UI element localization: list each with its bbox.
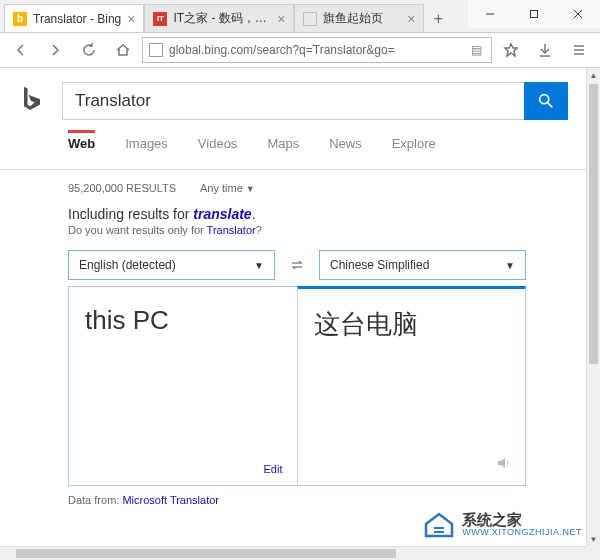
- search-nav-tabs: Web Images Videos Maps News Explore: [0, 130, 586, 170]
- watermark-icon: [422, 510, 456, 540]
- reader-icon[interactable]: ▤: [467, 43, 485, 57]
- bing-header: [0, 68, 586, 130]
- nav-tab-explore[interactable]: Explore: [392, 130, 436, 161]
- browser-tab[interactable]: IT IT之家 - 数码，科技 ×: [144, 4, 294, 32]
- scroll-up-icon[interactable]: ▲: [587, 68, 600, 82]
- close-tab-icon[interactable]: ×: [401, 11, 415, 27]
- tab-title: IT之家 - 数码，科技: [173, 10, 271, 27]
- bing-logo: [18, 85, 46, 117]
- results-meta: 95,200,000 RESULTS Any time▼: [0, 170, 586, 198]
- svg-marker-4: [505, 44, 517, 56]
- window-controls: [468, 0, 600, 28]
- home-button[interactable]: [108, 35, 138, 65]
- scroll-thumb[interactable]: [16, 549, 396, 558]
- dym-original-link[interactable]: Translator: [207, 224, 256, 236]
- vertical-scrollbar[interactable]: ▲ ▼: [586, 68, 600, 546]
- reload-button[interactable]: [74, 35, 104, 65]
- ms-translator-link[interactable]: Microsoft Translator: [122, 494, 219, 506]
- dym-link[interactable]: translate: [193, 206, 251, 222]
- edit-link[interactable]: Edit: [264, 463, 283, 475]
- target-pane: 这台电脑: [297, 286, 527, 486]
- close-tab-icon[interactable]: ×: [121, 11, 135, 27]
- source-lang-select[interactable]: English (detected) ▼: [68, 250, 275, 280]
- target-text: 这台电脑: [314, 307, 510, 342]
- back-button[interactable]: [6, 35, 36, 65]
- svg-rect-1: [531, 11, 538, 18]
- ithome-favicon: IT: [153, 12, 167, 26]
- search-input[interactable]: [62, 82, 524, 120]
- nav-tab-maps[interactable]: Maps: [267, 130, 299, 161]
- close-window-button[interactable]: [556, 0, 600, 28]
- page-icon: [149, 43, 163, 57]
- forward-button[interactable]: [40, 35, 70, 65]
- browser-tab[interactable]: 旗鱼起始页 ×: [294, 4, 424, 32]
- nav-tab-images[interactable]: Images: [125, 130, 168, 161]
- page-content: Web Images Videos Maps News Explore 95,2…: [0, 68, 586, 546]
- tab-title: 旗鱼起始页: [323, 10, 383, 27]
- chevron-down-icon: ▼: [246, 184, 255, 194]
- horizontal-scrollbar[interactable]: [0, 546, 586, 560]
- speaker-icon[interactable]: [495, 455, 511, 475]
- browser-tab-active[interactable]: b Translator - Bing ×: [4, 4, 144, 32]
- new-tab-button[interactable]: +: [424, 6, 452, 32]
- did-you-mean-sub: Do you want results only for Translator?: [0, 224, 586, 250]
- nav-tab-web[interactable]: Web: [68, 130, 95, 161]
- nav-tab-videos[interactable]: Videos: [198, 130, 238, 161]
- svg-line-11: [548, 103, 553, 108]
- nav-tab-news[interactable]: News: [329, 130, 362, 161]
- svg-point-10: [540, 95, 549, 104]
- page-favicon: [303, 12, 317, 26]
- address-bar[interactable]: global.bing.com/search?q=Translator&go= …: [142, 37, 492, 63]
- translator-widget: English (detected) ▼ Chinese Simplified …: [68, 250, 526, 486]
- minimize-button[interactable]: [468, 0, 512, 28]
- close-tab-icon[interactable]: ×: [271, 11, 285, 27]
- address-text: global.bing.com/search?q=Translator&go=: [169, 43, 467, 57]
- watermark-en: WWW.XITONGZHIJIA.NET: [462, 528, 582, 538]
- watermark: 系统之家 WWW.XITONGZHIJIA.NET: [422, 510, 582, 540]
- chevron-down-icon: ▼: [505, 260, 515, 271]
- bookmark-button[interactable]: [496, 35, 526, 65]
- translation-panes: this PC Edit 这台电脑: [68, 286, 526, 486]
- swap-languages-button[interactable]: [285, 253, 309, 277]
- scroll-thumb[interactable]: [589, 84, 598, 364]
- search-button[interactable]: [524, 82, 568, 120]
- maximize-button[interactable]: [512, 0, 556, 28]
- search-wrap: [62, 82, 568, 120]
- results-count: 95,200,000 RESULTS: [68, 182, 176, 194]
- menu-button[interactable]: [564, 35, 594, 65]
- tab-title: Translator - Bing: [33, 12, 121, 26]
- scroll-down-icon[interactable]: ▼: [587, 532, 600, 546]
- lang-row: English (detected) ▼ Chinese Simplified …: [68, 250, 526, 280]
- watermark-cn: 系统之家: [462, 512, 582, 529]
- chevron-down-icon: ▼: [254, 260, 264, 271]
- download-button[interactable]: [530, 35, 560, 65]
- bing-favicon: b: [13, 12, 27, 26]
- time-filter[interactable]: Any time▼: [200, 182, 255, 194]
- did-you-mean: Including results for translate.: [0, 198, 586, 224]
- target-lang-select[interactable]: Chinese Simplified ▼: [319, 250, 526, 280]
- browser-toolbar: global.bing.com/search?q=Translator&go= …: [0, 32, 600, 68]
- source-pane[interactable]: this PC Edit: [68, 286, 297, 486]
- source-text: this PC: [85, 305, 281, 336]
